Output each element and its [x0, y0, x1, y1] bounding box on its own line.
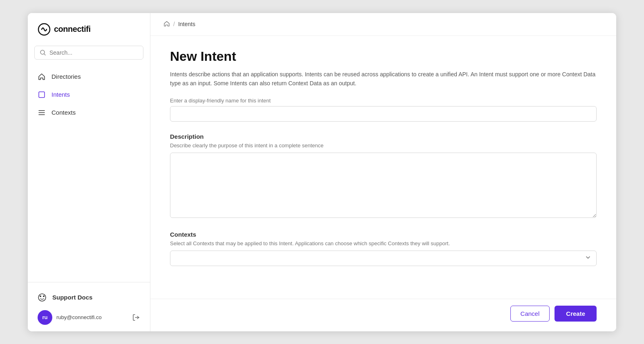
form-actions: Cancel Create — [150, 299, 616, 331]
user-email: ruby@connectifi.co — [56, 314, 128, 320]
intents-icon — [38, 91, 46, 99]
breadcrumb-current: Intents — [178, 21, 195, 27]
description-section-label: Description — [170, 133, 597, 140]
sidebar: connectifi Directories — [28, 13, 150, 331]
contexts-section-label: Contexts — [170, 231, 597, 238]
breadcrumb-home-icon[interactable] — [163, 20, 170, 28]
user-row: ru ruby@connectifi.co — [38, 306, 140, 325]
sidebar-bottom: Support Docs ru ruby@connectifi.co — [28, 282, 150, 331]
page-title: New Intent — [170, 49, 597, 64]
svg-point-4 — [40, 295, 41, 297]
contexts-field-label: Select all Contexts that may be applied … — [170, 240, 597, 246]
contexts-icon — [38, 109, 46, 117]
logo-icon — [38, 23, 51, 36]
svg-point-5 — [43, 295, 45, 297]
sidebar-item-directories[interactable]: Directories — [28, 68, 150, 86]
search-input[interactable] — [49, 49, 138, 56]
sidebar-item-intents[interactable]: Intents — [28, 86, 150, 104]
description-section: Description Describe clearly the purpose… — [170, 133, 597, 220]
contexts-select-wrapper — [170, 251, 597, 266]
display-name-section: Enter a display-friendly name for this i… — [170, 98, 597, 122]
svg-point-3 — [38, 294, 46, 301]
logout-button[interactable] — [132, 313, 140, 322]
breadcrumb-separator: / — [173, 21, 175, 27]
main-content: / Intents New Intent Intents describe ac… — [150, 13, 616, 331]
create-button[interactable]: Create — [555, 306, 597, 322]
sidebar-item-contexts[interactable]: Contexts — [28, 104, 150, 122]
sidebar-item-contexts-label: Contexts — [51, 109, 76, 116]
nav-menu: Directories Intents Contexts — [28, 68, 150, 282]
search-icon — [40, 49, 46, 56]
svg-rect-2 — [39, 92, 45, 98]
breadcrumb: / Intents — [150, 13, 616, 36]
sidebar-item-intents-label: Intents — [51, 91, 70, 98]
logo-text: connectifi — [54, 24, 90, 34]
description-field-label: Describe clearly the purpose of this int… — [170, 142, 597, 149]
display-name-label: Enter a display-friendly name for this i… — [170, 98, 597, 104]
display-name-input[interactable] — [170, 106, 597, 122]
support-docs-link[interactable]: Support Docs — [38, 289, 140, 306]
home-icon — [38, 73, 46, 81]
cancel-button[interactable]: Cancel — [510, 306, 550, 322]
avatar: ru — [38, 310, 52, 325]
description-input[interactable] — [170, 153, 597, 218]
search-box[interactable] — [34, 46, 143, 60]
support-docs-icon — [38, 293, 47, 302]
page-description: Intents describe actions that an applica… — [170, 70, 597, 88]
contexts-section: Contexts Select all Contexts that may be… — [170, 231, 597, 266]
logo: connectifi — [28, 23, 150, 46]
sidebar-item-directories-label: Directories — [51, 73, 81, 80]
support-docs-label: Support Docs — [52, 294, 92, 301]
contexts-select[interactable] — [170, 251, 597, 266]
page-body: New Intent Intents describe actions that… — [150, 36, 616, 299]
